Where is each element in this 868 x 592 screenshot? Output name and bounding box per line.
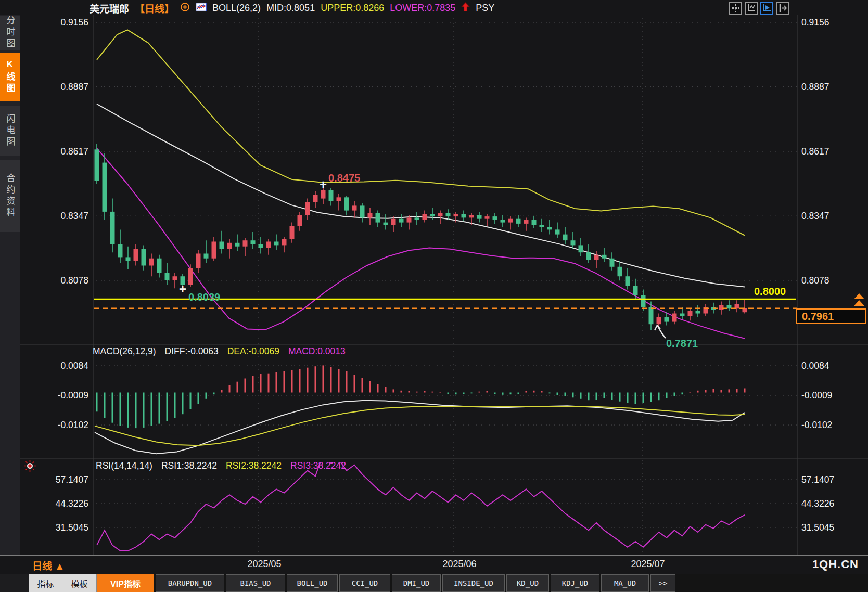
axis-tick-label: -0.0102 bbox=[801, 420, 832, 430]
candle-body bbox=[235, 243, 240, 247]
axis-tick-label: 31.5045 bbox=[801, 522, 834, 533]
macd-bar bbox=[526, 391, 527, 393]
panel-exit-icon[interactable] bbox=[776, 2, 789, 15]
candle-body bbox=[586, 252, 591, 260]
rsi3-value: RSI3:38.2242 bbox=[290, 460, 346, 471]
macd-bar bbox=[541, 391, 543, 393]
macd-bar bbox=[190, 393, 192, 409]
boll-indicator-label: BOLL(26,2) bbox=[212, 3, 261, 14]
tabbar-stub bbox=[0, 574, 29, 592]
period-selector[interactable]: 日线 ▲ bbox=[32, 558, 65, 572]
period-tag: 【日线】 bbox=[135, 1, 174, 15]
candle-body bbox=[188, 268, 193, 285]
macd-bar bbox=[736, 389, 738, 392]
candle-body bbox=[696, 311, 700, 314]
macd-bar bbox=[245, 379, 246, 393]
macd-bar bbox=[604, 393, 605, 398]
axis-tick-label: -0.0009 bbox=[58, 390, 88, 401]
bottom-tab-kdjud[interactable]: KDJ_UD bbox=[551, 574, 599, 592]
high-cross-marker: + bbox=[320, 177, 327, 192]
macd-bar bbox=[549, 393, 551, 394]
bottom-tab-[interactable]: 模板 bbox=[62, 574, 97, 592]
candle-body bbox=[547, 227, 552, 230]
lowest-price-label: 0.7871 bbox=[666, 338, 698, 350]
axis-tick-label: 57.1407 bbox=[56, 474, 88, 485]
macd-bar bbox=[479, 392, 480, 393]
macd-bar bbox=[572, 393, 574, 398]
macd-bar bbox=[705, 390, 707, 393]
macd-bar bbox=[471, 393, 473, 394]
macd-bar bbox=[182, 393, 184, 415]
sidebar-tab-2[interactable]: K线图 bbox=[0, 53, 20, 101]
indicator-mini-chart-icon[interactable] bbox=[196, 3, 207, 14]
bottom-tab-bollud[interactable]: BOLL_UD bbox=[287, 574, 338, 592]
macd-bar bbox=[338, 369, 340, 392]
macd-bar bbox=[104, 393, 106, 418]
bottom-tab-[interactable]: >> bbox=[650, 574, 675, 592]
macd-bar bbox=[346, 371, 348, 393]
macd-title: MACD(26,12,9) bbox=[93, 346, 156, 357]
macd-bar bbox=[135, 393, 137, 429]
macd-bar bbox=[385, 387, 387, 393]
macd-bar bbox=[666, 393, 668, 398]
macd-bar bbox=[557, 393, 558, 395]
axes-play-icon[interactable] bbox=[760, 2, 773, 15]
macd-bar bbox=[260, 374, 262, 393]
candle-body bbox=[540, 225, 544, 227]
candle-body bbox=[508, 219, 513, 223]
sidebar-tab-1[interactable]: 分时图 bbox=[0, 16, 20, 50]
symbol-name: 美元瑞郎 bbox=[90, 1, 129, 15]
bottom-tab-biasud[interactable]: BIAS_UD bbox=[226, 574, 285, 592]
candle-body bbox=[501, 220, 505, 223]
candle-body bbox=[407, 217, 412, 222]
candle-body bbox=[173, 276, 177, 280]
candle-body bbox=[118, 244, 123, 257]
macd-bar bbox=[96, 393, 98, 412]
bottom-tab-dmiud[interactable]: DMI_UD bbox=[392, 574, 441, 592]
sidebar-tab-4[interactable]: 合约资料 bbox=[0, 160, 20, 232]
grid-plus-icon[interactable] bbox=[729, 2, 742, 15]
bottom-tab-[interactable]: 指标 bbox=[29, 574, 62, 592]
sidebar-tab-3[interactable]: 闪电图 bbox=[0, 106, 20, 156]
macd-diff-value: DIFF:-0.0063 bbox=[165, 346, 219, 357]
candle-body bbox=[360, 205, 365, 217]
macd-bar bbox=[221, 390, 223, 393]
rsi-pane-header: RSI(14,14,14) RSI1:38.2242 RSI2:38.2242 … bbox=[96, 460, 346, 471]
bottom-tab-maud[interactable]: MA_UD bbox=[601, 574, 649, 592]
candle-body bbox=[251, 240, 256, 244]
double-up-arrow-icon[interactable] bbox=[853, 293, 865, 310]
high-price-label: 0.8475 bbox=[328, 172, 360, 184]
macd-bar bbox=[463, 393, 465, 394]
macd-bar bbox=[674, 393, 675, 396]
candle-body bbox=[626, 276, 630, 286]
candle-body bbox=[243, 240, 248, 247]
axes-histogram-icon[interactable] bbox=[745, 2, 758, 15]
bottom-tab-vip[interactable]: VIP指标 bbox=[97, 574, 154, 592]
view-toolbar bbox=[729, 2, 789, 15]
macd-bar bbox=[565, 393, 566, 396]
candle-body bbox=[602, 255, 607, 259]
macd-bar bbox=[377, 384, 379, 393]
chart-type-sidebar: 分时图K线图闪电图合约资料 bbox=[0, 15, 20, 555]
axis-tick-label: 0.8617 bbox=[60, 146, 88, 157]
macd-bar bbox=[299, 369, 301, 392]
chart-canvas[interactable]: 0.91560.91560.88870.88870.86170.86170.83… bbox=[0, 0, 868, 592]
macd-bar bbox=[424, 391, 426, 393]
candle-body bbox=[423, 214, 427, 221]
x-axis-date-label: 2025/05 bbox=[247, 559, 281, 570]
bottom-tab-insideud[interactable]: INSIDE_UD bbox=[442, 574, 505, 592]
macd-bar bbox=[487, 391, 488, 392]
candle-body bbox=[532, 220, 537, 225]
candle-body bbox=[344, 197, 349, 210]
bottom-tab-barupdnud[interactable]: BARUPDN_UD bbox=[156, 574, 224, 592]
target-icon[interactable] bbox=[23, 459, 37, 475]
bottom-tab-cciud[interactable]: CCI_UD bbox=[339, 574, 390, 592]
candle-body bbox=[633, 286, 638, 295]
circle-plus-icon[interactable] bbox=[180, 2, 190, 14]
candle-body bbox=[399, 219, 404, 223]
macd-bar bbox=[697, 391, 699, 393]
macd-pane-header: MACD(26,12,9) DIFF:-0.0063 DEA:-0.0069 M… bbox=[93, 346, 346, 357]
bottom-tab-kdud[interactable]: KD_UD bbox=[506, 574, 549, 592]
candle-body bbox=[126, 257, 131, 261]
candle-body bbox=[142, 249, 146, 265]
